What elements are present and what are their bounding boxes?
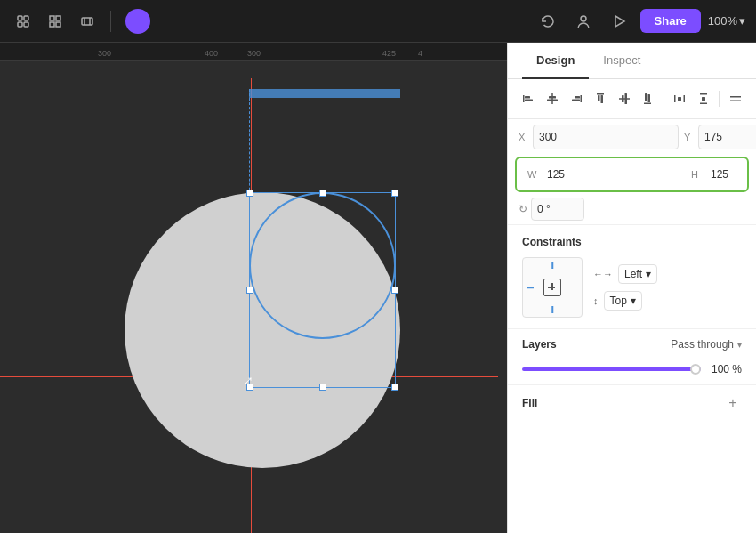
- handle-top-mid[interactable]: [319, 190, 326, 197]
- svg-rect-29: [645, 93, 647, 101]
- align-top-button[interactable]: [590, 86, 610, 111]
- svg-rect-14: [525, 96, 530, 99]
- rotation-row: ↻: [508, 194, 756, 224]
- constraint-plus-icon: [548, 283, 557, 292]
- h-label: H: [691, 169, 702, 180]
- svg-rect-21: [572, 100, 580, 102]
- move-tool-icon[interactable]: [11, 9, 36, 34]
- handle-bot-right[interactable]: [391, 384, 398, 391]
- constraint-center-box: [543, 279, 561, 296]
- svg-rect-33: [678, 97, 681, 101]
- selection-box: [249, 192, 396, 388]
- fill-add-button[interactable]: +: [724, 394, 742, 412]
- constraint-h-select[interactable]: Left ▾: [618, 264, 657, 284]
- opacity-slider[interactable]: [522, 367, 701, 371]
- constraint-v-select[interactable]: Top ▾: [604, 291, 642, 311]
- svg-rect-0: [18, 16, 22, 20]
- constraint-v-chevron-icon: ▾: [631, 295, 636, 307]
- constraint-v-value: Top: [610, 295, 627, 307]
- align-center-h-button[interactable]: [543, 86, 563, 111]
- layers-mode-select[interactable]: Pass through ▾: [671, 338, 742, 351]
- constraint-h-chevron-icon: ▾: [646, 268, 651, 280]
- layers-title: Layers: [522, 338, 557, 351]
- handle-mid-left[interactable]: [246, 287, 253, 294]
- history-button[interactable]: [534, 7, 562, 36]
- ruler-mark-300b: 300: [247, 49, 261, 58]
- svg-rect-19: [581, 95, 583, 102]
- svg-rect-18: [547, 100, 558, 102]
- svg-rect-2: [24, 16, 28, 20]
- layers-row: Layers Pass through ▾: [508, 328, 756, 359]
- align-right-button[interactable]: [567, 86, 587, 111]
- ruler-mark-425: 425: [382, 49, 396, 58]
- panel-tabs: Design Inspect: [508, 43, 756, 79]
- opacity-row: 100 %: [508, 359, 756, 384]
- app-logo: [125, 9, 150, 34]
- fill-title: Fill: [522, 397, 537, 409]
- zoom-control[interactable]: 100% ▾: [708, 14, 745, 28]
- handle-bot-mid[interactable]: [319, 384, 326, 391]
- zoom-value: 100%: [708, 14, 737, 28]
- tab-inspect[interactable]: Inspect: [589, 43, 655, 79]
- y-input[interactable]: [698, 125, 756, 149]
- play-button[interactable]: [605, 7, 633, 36]
- component-tool-icon[interactable]: [75, 9, 100, 34]
- ruler-horizontal: 300 400 300 425 4: [0, 43, 507, 61]
- y-field-group: Y: [684, 125, 756, 149]
- zoom-chevron-icon: ▾: [739, 14, 745, 28]
- svg-rect-28: [644, 103, 651, 105]
- handle-top-right[interactable]: [391, 190, 398, 197]
- constraint-h-row: ←→ Left ▾: [593, 264, 742, 284]
- svg-rect-32: [684, 95, 686, 102]
- svg-rect-22: [597, 93, 604, 95]
- handle-top-left[interactable]: [246, 190, 253, 197]
- constraints-section: Constraints ←→ Left ▾: [508, 224, 756, 328]
- distribute-v-button[interactable]: [694, 86, 714, 111]
- x-input[interactable]: [533, 125, 679, 149]
- svg-rect-20: [575, 96, 580, 99]
- canvas-area[interactable]: 300 400 300 425 4: [0, 43, 507, 533]
- h-input[interactable]: [705, 162, 756, 187]
- svg-rect-38: [730, 101, 741, 102]
- layers-mode-chevron-icon: ▾: [737, 340, 742, 350]
- profile-button[interactable]: [569, 7, 598, 36]
- svg-rect-6: [50, 22, 54, 27]
- svg-rect-17: [549, 96, 556, 99]
- toolbar-divider-1: [110, 11, 111, 32]
- align-toolbar-divider-2: [719, 91, 720, 107]
- align-toolbar-divider: [664, 91, 664, 107]
- align-center-v-button[interactable]: [614, 86, 634, 111]
- constraints-title: Constraints: [522, 236, 742, 248]
- w-label: W: [527, 169, 538, 180]
- svg-rect-15: [525, 100, 533, 102]
- constraint-tick-bottom: [551, 306, 553, 313]
- more-align-button[interactable]: [725, 86, 745, 111]
- svg-rect-16: [551, 93, 553, 104]
- svg-rect-31: [674, 95, 676, 102]
- handle-mid-right[interactable]: [391, 287, 398, 294]
- align-bottom-button[interactable]: [638, 86, 658, 111]
- frame-tool-icon[interactable]: [43, 9, 68, 34]
- constraint-h-value: Left: [624, 268, 642, 280]
- fill-row: Fill +: [508, 384, 756, 421]
- constraint-h-arrow-icon: ←→: [593, 269, 613, 279]
- tab-design[interactable]: Design: [522, 43, 589, 79]
- svg-rect-30: [648, 94, 651, 102]
- right-panel: Design Inspect: [507, 43, 756, 533]
- svg-rect-26: [622, 95, 624, 102]
- distribute-h-button[interactable]: [670, 86, 690, 111]
- rotation-input[interactable]: [531, 198, 584, 221]
- ruler-mark-300: 300: [98, 49, 111, 58]
- align-toolbar: [508, 79, 756, 119]
- opacity-thumb: [690, 364, 701, 375]
- svg-rect-24: [600, 95, 603, 103]
- svg-rect-25: [619, 98, 630, 100]
- constraints-grid: ←→ Left ▾ ↕ Top ▾: [522, 257, 742, 318]
- constraint-v-arrow-icon: ↕: [593, 295, 599, 306]
- share-button[interactable]: Share: [640, 9, 701, 33]
- w-input[interactable]: [542, 162, 686, 187]
- wh-fields-row: W H 🔓: [515, 157, 749, 192]
- align-left-button[interactable]: [519, 86, 539, 111]
- ruler-mark-400: 400: [205, 49, 218, 58]
- toolbar-right: Share 100% ▾: [534, 7, 745, 36]
